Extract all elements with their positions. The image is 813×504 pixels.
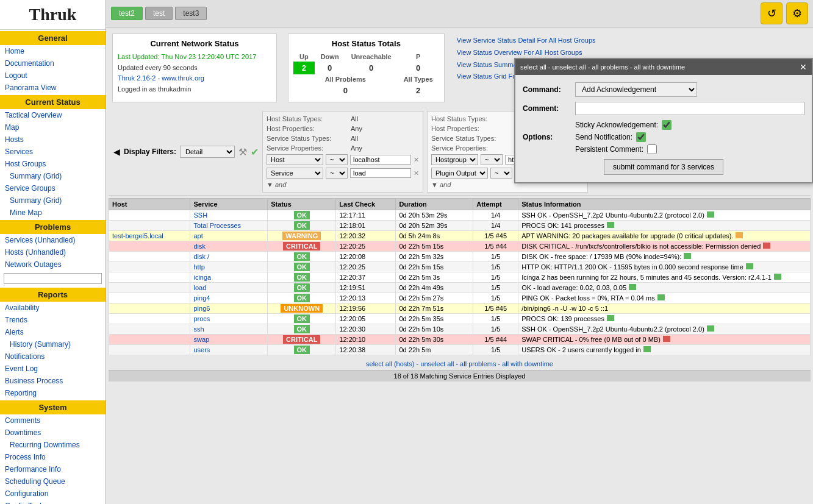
sidebar-item-notifications[interactable]: Notifications bbox=[0, 350, 106, 363]
sidebar-item-network-outages[interactable]: Network Outages bbox=[0, 258, 106, 271]
all-types-count[interactable]: 2 bbox=[398, 84, 439, 97]
left-svc-status-row: Service Status Types: All bbox=[267, 135, 419, 142]
table-row-service[interactable]: procs bbox=[190, 314, 268, 324]
filter-x-service[interactable]: ✕ bbox=[414, 169, 419, 177]
filter-col1-hostgroup[interactable]: HostgroupHost bbox=[431, 154, 478, 165]
sidebar-item-services[interactable]: Services bbox=[0, 146, 106, 158]
sidebar-item-business-process[interactable]: Business Process bbox=[0, 375, 106, 387]
sidebar-item-host-groups[interactable]: Host Groups bbox=[0, 158, 106, 170]
down-count[interactable]: 0 bbox=[315, 62, 345, 74]
filter-op-service[interactable]: ~= bbox=[326, 168, 348, 179]
table-row-service[interactable]: http bbox=[190, 262, 268, 272]
table-row-service[interactable]: ping6 bbox=[190, 303, 268, 314]
table-row-service[interactable]: disk / bbox=[190, 252, 268, 262]
table-row-host bbox=[109, 303, 190, 314]
sidebar-item-configuration[interactable]: Configuration bbox=[0, 488, 106, 500]
all-problems-count[interactable]: 0 bbox=[293, 84, 398, 97]
popup-close-button[interactable]: ✕ bbox=[800, 62, 807, 72]
current-status-section-header: Current Status bbox=[0, 95, 106, 109]
table-row-service[interactable]: swap bbox=[190, 335, 268, 345]
filter-col1-service[interactable]: ServiceHostPlugin Output bbox=[267, 168, 323, 179]
pending-count[interactable]: 0 bbox=[398, 62, 439, 74]
problems-section-header: Problems bbox=[0, 220, 106, 234]
filter-op-hostgroup[interactable]: ~= bbox=[481, 154, 503, 165]
table-row-service[interactable]: icinga bbox=[190, 272, 268, 283]
table-row-service[interactable]: apt bbox=[190, 231, 268, 241]
sidebar-item-availability[interactable]: Availability bbox=[0, 302, 106, 314]
sidebar-item-home[interactable]: Home bbox=[0, 45, 106, 57]
sidebar-item-hosts[interactable]: Hosts bbox=[0, 133, 106, 146]
sidebar-item-comments[interactable]: Comments bbox=[0, 414, 106, 427]
table-row-service[interactable]: ping4 bbox=[190, 293, 268, 303]
comment-input[interactable] bbox=[575, 102, 804, 115]
th-duration: Duration bbox=[396, 199, 473, 210]
table-row-service[interactable]: load bbox=[190, 283, 268, 293]
table-row-service[interactable]: ssh bbox=[190, 324, 268, 335]
link-service-status-detail[interactable]: View Service Status Detail For All Host … bbox=[457, 35, 596, 47]
network-status-panel: Current Network Status Last Updated: Thu… bbox=[112, 34, 277, 102]
sidebar-item-hosts-unhandled[interactable]: Hosts (Unhandled) bbox=[0, 246, 106, 258]
filter-op-plugin[interactable]: ~= bbox=[490, 168, 512, 179]
sidebar-item-panorama-view[interactable]: Panorama View bbox=[0, 82, 106, 94]
sidebar-item-alerts[interactable]: Alerts bbox=[0, 326, 106, 338]
table-row-service[interactable]: SSH bbox=[190, 210, 268, 221]
settings-icon-button[interactable]: ⚙ bbox=[786, 2, 808, 24]
tab-test2[interactable]: test2 bbox=[111, 7, 143, 20]
wrench-icon[interactable]: ⚒ bbox=[238, 146, 247, 158]
sidebar-item-services-unhandled[interactable]: Services (Unhandled) bbox=[0, 234, 106, 246]
table-row-service[interactable]: users bbox=[190, 345, 268, 355]
sidebar-item-scheduling-queue[interactable]: Scheduling Queue bbox=[0, 475, 106, 488]
table-row-service[interactable]: disk bbox=[190, 241, 268, 252]
refresh-icon-button[interactable]: ↺ bbox=[761, 2, 783, 24]
table-row-status: OK bbox=[268, 293, 336, 303]
sidebar-item-downtimes[interactable]: Downtimes bbox=[0, 427, 106, 439]
check-icon[interactable]: ✔ bbox=[251, 146, 259, 158]
sidebar-item-logout[interactable]: Logout bbox=[0, 69, 106, 82]
collapse-icon[interactable]: ◀ bbox=[113, 147, 120, 157]
sidebar-item-mine-map[interactable]: Mine Map bbox=[0, 207, 106, 219]
sidebar-item-trends[interactable]: Trends bbox=[0, 314, 106, 326]
sidebar-item-service-groups[interactable]: Service Groups bbox=[0, 182, 106, 194]
tab-test3[interactable]: test3 bbox=[175, 7, 207, 20]
comment-label: Comment: bbox=[523, 104, 571, 113]
sidebar-item-history-summary[interactable]: History (Summary) bbox=[0, 338, 106, 350]
unreachable-count[interactable]: 0 bbox=[345, 62, 398, 74]
left-host-props-row: Host Properties: Any bbox=[267, 125, 419, 132]
sidebar-item-reporting[interactable]: Reporting bbox=[0, 387, 106, 399]
sidebar-item-summary-grid-services[interactable]: Summary (Grid) bbox=[0, 194, 106, 207]
sidebar-item-tactical-overview[interactable]: Tactical Overview bbox=[0, 109, 106, 121]
sidebar-item-config-tool[interactable]: Config Tool bbox=[0, 500, 106, 504]
sidebar-item-process-info[interactable]: Process Info bbox=[0, 451, 106, 463]
table-row-attempt: 1/4 bbox=[473, 210, 518, 221]
table-row-host: test-bergei5.local bbox=[109, 231, 190, 241]
sticky-checkbox[interactable] bbox=[662, 120, 672, 130]
notify-checkbox[interactable] bbox=[636, 132, 646, 142]
table-row-status: OK bbox=[268, 210, 336, 221]
version-link[interactable]: Thruk 2.16-2 - www.thruk.org bbox=[118, 73, 271, 84]
sidebar-item-documentation[interactable]: Documentation bbox=[0, 57, 106, 69]
persistent-checkbox[interactable] bbox=[647, 144, 657, 154]
submit-command-button[interactable]: submit command for 3 services bbox=[604, 159, 723, 175]
sidebar-item-summary-grid-hosts[interactable]: Summary (Grid) bbox=[0, 170, 106, 182]
filter-val-host[interactable] bbox=[350, 155, 411, 165]
tab-test[interactable]: test bbox=[145, 7, 173, 20]
link-status-overview[interactable]: View Status Overview For All Host Groups bbox=[457, 47, 596, 59]
command-select[interactable]: Add AcknowledgementSchedule DowntimeSend… bbox=[575, 82, 697, 97]
search-container bbox=[0, 271, 106, 286]
up-count[interactable]: 2 bbox=[293, 62, 315, 74]
sidebar-item-event-log[interactable]: Event Log bbox=[0, 363, 106, 375]
sidebar-item-map[interactable]: Map bbox=[0, 121, 106, 133]
table-row-service[interactable]: Total Processes bbox=[190, 221, 268, 231]
filter-col1-plugin[interactable]: Plugin OutputHost bbox=[431, 168, 488, 179]
search-input[interactable] bbox=[4, 273, 102, 284]
filter-x-host[interactable]: ✕ bbox=[414, 156, 419, 164]
sidebar-item-recurring-downtimes[interactable]: Recurring Downtimes bbox=[0, 439, 106, 451]
sidebar-item-performance-info[interactable]: Performance Info bbox=[0, 463, 106, 475]
filter-col1-host[interactable]: HostServicePlugin Output bbox=[267, 154, 323, 165]
detail-select[interactable]: Detail bbox=[180, 146, 235, 158]
table-row-info: PROCS OK: 139 processes bbox=[518, 314, 811, 324]
filter-val-service[interactable] bbox=[350, 168, 411, 178]
bottom-links-text[interactable]: select all (hosts) - unselect all - all … bbox=[366, 360, 553, 367]
filter-op-host[interactable]: ~= bbox=[326, 154, 348, 165]
command-label: Command: bbox=[523, 85, 571, 94]
